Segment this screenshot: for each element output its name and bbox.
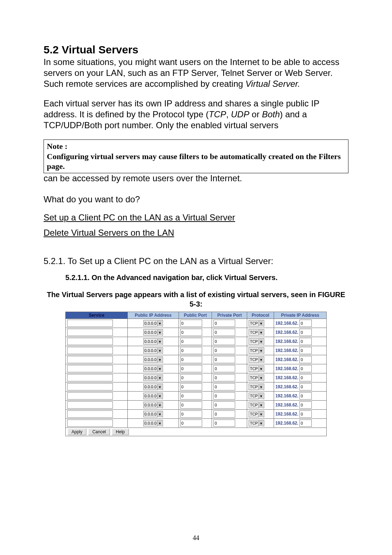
public-port-input[interactable]	[180, 374, 202, 381]
service-input[interactable]	[67, 338, 113, 345]
table-row: 0.0.0.0▼TCP▼192.168.62.	[66, 337, 327, 346]
private-port-input[interactable]	[213, 401, 235, 409]
private-ip-last-input[interactable]	[299, 410, 312, 418]
public-ip-select[interactable]: 0.0.0.0▼	[143, 402, 163, 408]
private-ip-prefix: 192.168.62.	[275, 321, 298, 326]
private-port-input[interactable]	[213, 410, 235, 418]
protocol-select[interactable]: TCP▼	[249, 393, 264, 399]
private-port-input[interactable]	[213, 374, 235, 381]
protocol-select[interactable]: TCP▼	[249, 411, 264, 417]
public-ip-select[interactable]: 0.0.0.0▼	[143, 374, 163, 381]
public-ip-select[interactable]: 0.0.0.0▼	[143, 329, 163, 336]
private-port-input[interactable]	[213, 338, 235, 345]
chevron-down-icon: ▼	[157, 412, 162, 417]
private-port-input[interactable]	[213, 392, 235, 400]
private-ip-last-input[interactable]	[299, 329, 312, 336]
public-ip-select[interactable]: 0.0.0.0▼	[143, 338, 163, 345]
private-ip-last-input[interactable]	[299, 392, 312, 400]
private-ip-last-input[interactable]	[299, 338, 312, 345]
public-ip-selected: 0.0.0.0	[144, 339, 157, 344]
table-row: 0.0.0.0▼TCP▼192.168.62.	[66, 373, 327, 382]
chevron-down-icon: ▼	[258, 402, 263, 408]
protocol-select[interactable]: TCP▼	[249, 338, 264, 345]
public-ip-select[interactable]: 0.0.0.0▼	[143, 384, 163, 390]
figure-caption: The Virtual Servers page appears with a …	[44, 290, 348, 309]
public-ip-select[interactable]: 0.0.0.0▼	[143, 347, 163, 354]
private-ip-last-input[interactable]	[299, 320, 312, 327]
chevron-down-icon: ▼	[258, 321, 263, 327]
service-input[interactable]	[67, 347, 113, 354]
service-input[interactable]	[67, 329, 113, 336]
public-port-input[interactable]	[180, 392, 202, 400]
table-header-row: Service Public IP Address Public Port Pr…	[66, 312, 327, 319]
private-port-input[interactable]	[213, 329, 235, 336]
protocol-select[interactable]: TCP▼	[249, 374, 264, 381]
protocol-select[interactable]: TCP▼	[249, 329, 264, 336]
chevron-down-icon: ▼	[258, 366, 263, 372]
apply-button[interactable]: Apply	[68, 429, 86, 435]
service-input[interactable]	[67, 420, 113, 427]
service-input[interactable]	[67, 392, 113, 400]
public-ip-selected: 0.0.0.0	[144, 412, 157, 416]
private-port-input[interactable]	[213, 383, 235, 390]
link-delete-virtual-servers[interactable]: Delete Virtual Servers on the LAN	[44, 228, 174, 238]
cancel-button[interactable]: Cancel	[88, 429, 110, 435]
intro-paragraph-1: In some situations, you might want users…	[44, 57, 348, 89]
public-ip-select[interactable]: 0.0.0.0▼	[143, 411, 163, 417]
private-ip-last-input[interactable]	[299, 365, 312, 372]
public-port-input[interactable]	[180, 401, 202, 409]
private-ip-last-input[interactable]	[299, 420, 312, 427]
public-ip-select[interactable]: 0.0.0.0▼	[143, 365, 163, 372]
public-port-input[interactable]	[180, 410, 202, 418]
protocol-selected: TCP	[250, 321, 258, 325]
public-port-input[interactable]	[180, 420, 202, 427]
public-ip-select[interactable]: 0.0.0.0▼	[143, 393, 163, 399]
private-port-input[interactable]	[213, 365, 235, 372]
private-port-input[interactable]	[213, 420, 235, 427]
para2-b: ,	[226, 109, 231, 119]
public-ip-selected: 0.0.0.0	[144, 421, 157, 425]
service-input[interactable]	[67, 374, 113, 381]
private-port-input[interactable]	[213, 356, 235, 363]
private-port-input[interactable]	[213, 320, 235, 327]
protocol-select[interactable]: TCP▼	[249, 365, 264, 372]
chevron-down-icon: ▼	[258, 412, 263, 417]
service-input[interactable]	[67, 410, 113, 418]
public-port-input[interactable]	[180, 338, 202, 345]
chevron-down-icon: ▼	[157, 402, 162, 408]
service-input[interactable]	[67, 356, 113, 363]
private-ip-prefix: 192.168.62.	[275, 339, 298, 344]
link-setup-client-pc[interactable]: Set up a Client PC on the LAN as a Virtu…	[44, 212, 235, 223]
protocol-select[interactable]: TCP▼	[249, 320, 264, 327]
protocol-select[interactable]: TCP▼	[249, 420, 264, 426]
private-ip-prefix: 192.168.62.	[275, 384, 298, 389]
public-port-input[interactable]	[180, 356, 202, 363]
protocol-selected: TCP	[250, 348, 258, 353]
private-ip-last-input[interactable]	[299, 347, 312, 354]
public-ip-select[interactable]: 0.0.0.0▼	[143, 320, 163, 327]
private-port-input[interactable]	[213, 347, 235, 354]
public-port-input[interactable]	[180, 347, 202, 354]
private-ip-last-input[interactable]	[299, 383, 312, 390]
protocol-select[interactable]: TCP▼	[249, 356, 264, 363]
chevron-down-icon: ▼	[157, 375, 162, 381]
private-ip-last-input[interactable]	[299, 356, 312, 363]
chevron-down-icon: ▼	[258, 348, 263, 354]
protocol-select[interactable]: TCP▼	[249, 402, 264, 408]
public-port-input[interactable]	[180, 329, 202, 336]
button-row: Apply Cancel Help	[66, 428, 327, 436]
public-ip-select[interactable]: 0.0.0.0▼	[143, 356, 163, 363]
service-input[interactable]	[67, 320, 113, 327]
service-input[interactable]	[67, 401, 113, 409]
protocol-select[interactable]: TCP▼	[249, 347, 264, 354]
public-port-input[interactable]	[180, 320, 202, 327]
help-button[interactable]: Help	[112, 429, 129, 435]
protocol-select[interactable]: TCP▼	[249, 384, 264, 390]
public-port-input[interactable]	[180, 365, 202, 372]
private-ip-last-input[interactable]	[299, 374, 312, 381]
private-ip-last-input[interactable]	[299, 401, 312, 409]
public-port-input[interactable]	[180, 383, 202, 390]
public-ip-select[interactable]: 0.0.0.0▼	[143, 420, 163, 426]
service-input[interactable]	[67, 383, 113, 390]
service-input[interactable]	[67, 365, 113, 372]
